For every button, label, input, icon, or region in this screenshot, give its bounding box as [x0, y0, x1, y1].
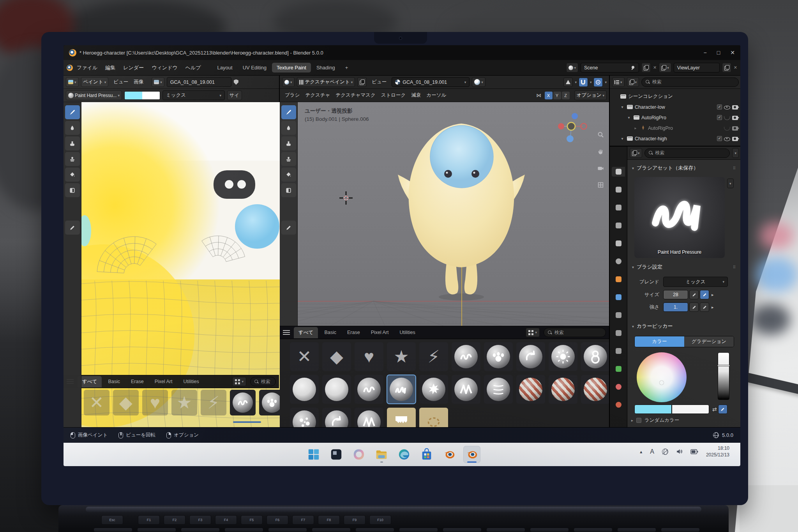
properties-icon-button[interactable]: ▾ — [630, 148, 642, 158]
strength-expand-chevron[interactable]: ▸ — [711, 305, 714, 310]
properties-tab-material[interactable] — [612, 382, 625, 392]
brush-preview[interactable]: Paint Hard Pressure — [634, 177, 725, 258]
paint-menu-ブラシ[interactable]: ブラシ — [282, 91, 302, 100]
expander-icon[interactable]: ▾ — [620, 105, 625, 109]
properties-tab-render[interactable] — [612, 185, 625, 194]
key-F5[interactable]: F5 — [241, 515, 263, 525]
remove-viewlayer-button[interactable]: ✕ — [734, 65, 737, 70]
copy-button[interactable] — [357, 77, 367, 87]
expander-icon[interactable]: ▸ — [631, 418, 633, 422]
shelf-tab-Pixel Art[interactable]: Pixel Art — [366, 327, 394, 338]
taskbar-start-icon[interactable] — [305, 446, 322, 463]
outliner-row-Character-high[interactable]: ▾Character-high✓ — [610, 133, 740, 144]
outliner-row-AutoRigPro[interactable]: ▾AutoRigPro✓ — [610, 112, 740, 123]
key-F3[interactable]: F3 — [189, 515, 211, 525]
shelf-tab-Basic[interactable]: Basic — [320, 327, 341, 338]
brush-texture-stripe-1[interactable] — [516, 375, 545, 404]
properties-tab-physics[interactable] — [612, 328, 625, 338]
interaction-mode-dropdown[interactable]: テクスチャペイント▾ — [297, 77, 355, 87]
image-browse-button[interactable]: ▾ — [152, 77, 164, 87]
workspace-tab-+[interactable]: + — [341, 63, 353, 72]
falloff-dropdown[interactable] — [563, 78, 573, 87]
panel-expander-icon[interactable]: ▾ — [632, 265, 634, 269]
check-toggle-icon[interactable]: ✓ — [717, 136, 722, 141]
brush-paw[interactable] — [484, 342, 513, 371]
image-editor-menu-画像[interactable]: 画像 — [131, 78, 146, 87]
outliner-row-AutoRigPro[interactable]: ▸AutoRigPro — [610, 123, 740, 133]
brush-settings-panel-header[interactable]: ▾ ブラシ設定 ⠿ — [627, 263, 740, 270]
taskbar-dark-app-icon[interactable] — [328, 446, 345, 463]
tool-fill-button[interactable] — [65, 168, 80, 182]
texture-slot-selector[interactable]: GCA_01_08_19.001 ▾ — [392, 77, 470, 87]
properties-tab-world[interactable] — [612, 256, 625, 266]
outliner-search[interactable]: 検索 — [641, 78, 739, 87]
tool-smear-button[interactable] — [281, 136, 296, 150]
snap-toggle[interactable] — [579, 78, 588, 87]
key-Esc[interactable]: Esc — [101, 515, 123, 525]
brush-scribble-2[interactable] — [516, 342, 545, 371]
brush-texture-stripe-2[interactable] — [549, 375, 577, 404]
strength-pressure-toggle[interactable] — [700, 302, 709, 312]
outliner-filter-button[interactable]: ▾ — [627, 77, 639, 87]
properties-tab-view-layer[interactable] — [612, 221, 625, 230]
proportional-edit-toggle[interactable] — [593, 78, 603, 87]
menu-ウィンドウ[interactable]: ウィンドウ — [148, 63, 182, 73]
view-menu[interactable]: ビュー — [369, 78, 389, 87]
battery-icon[interactable] — [690, 449, 698, 454]
volume-icon[interactable] — [676, 448, 683, 455]
brush-streaks[interactable] — [484, 375, 513, 404]
options-dropdown[interactable]: オプション▾ — [574, 90, 607, 100]
close-button[interactable]: ✕ — [730, 49, 735, 56]
shelf-search[interactable]: 検索 — [544, 328, 606, 337]
key-F4[interactable]: F4 — [215, 515, 237, 525]
color-swatch-pair[interactable] — [124, 91, 160, 100]
key-F10[interactable]: F10 — [369, 515, 391, 525]
brush-asset-panel-header[interactable]: ▾ ブラシアセット（未保存） ⠿ — [627, 164, 740, 171]
brush-scribble-1[interactable] — [452, 342, 480, 371]
workspace-tab-Texture Paint[interactable]: Texture Paint — [272, 63, 311, 72]
panel-expander-icon[interactable]: ▾ — [632, 324, 634, 329]
random-color-row[interactable]: ▸ ランダムカラー — [631, 417, 679, 424]
camera-toggle-icon[interactable] — [732, 105, 738, 110]
minimize-button[interactable]: − — [704, 49, 707, 56]
properties-tab-tool[interactable] — [612, 167, 625, 177]
properties-tab-output[interactable] — [612, 203, 625, 212]
brush-splat[interactable] — [419, 375, 448, 404]
random-color-checkbox[interactable] — [636, 418, 641, 423]
outliner-row-シーンコレクション[interactable]: シーンコレクション — [610, 91, 740, 102]
paint-menu-テクスチャマスク[interactable]: テクスチャマスク — [333, 91, 378, 100]
viewlayer-icon-dropdown[interactable]: ▾ — [659, 63, 671, 72]
menu-ヘルプ[interactable]: ヘルプ — [182, 63, 205, 73]
mirror-axis-Z[interactable]: Z — [562, 92, 570, 99]
editor-type-button[interactable]: ▾ — [282, 77, 295, 87]
brush-heart[interactable]: ♥ — [355, 342, 383, 371]
eye-off-toggle-icon[interactable] — [724, 115, 730, 120]
secondary-color-swatch[interactable] — [142, 92, 160, 99]
taskbar-explorer-icon[interactable] — [373, 446, 390, 463]
properties-tab-object-data[interactable] — [612, 364, 625, 374]
brush-sun[interactable] — [549, 342, 577, 371]
properties-tab-texture[interactable] — [612, 400, 625, 410]
viewlayer-selector[interactable]: ViewLayer — [674, 63, 720, 72]
editor-type-button[interactable]: ▾ — [66, 77, 79, 87]
camera-toggle-icon[interactable] — [732, 126, 738, 131]
brush-lightning[interactable]: ⚡ — [419, 342, 448, 371]
render-engine-dropdown[interactable]: ▾ — [566, 63, 579, 72]
taskbar-store-icon[interactable] — [418, 446, 435, 463]
tool-mask-button[interactable] — [281, 183, 296, 197]
blender-menu-icon[interactable] — [67, 65, 73, 71]
size-unit-toggle[interactable] — [689, 290, 699, 299]
properties-tab-object[interactable] — [612, 274, 625, 284]
paint-menu-ストローク[interactable]: ストローク — [378, 91, 409, 100]
hand-icon[interactable] — [597, 148, 604, 157]
expander-icon[interactable]: ▾ — [626, 115, 632, 120]
menu-ファイル[interactable]: ファイル — [73, 63, 101, 73]
brush-snowman[interactable] — [581, 342, 610, 371]
tool-draw-button[interactable] — [281, 105, 296, 119]
tool-soften-button[interactable] — [65, 121, 80, 135]
new-scene-button[interactable] — [641, 63, 651, 72]
shelf-tab-Utilities[interactable]: Utilities — [178, 376, 203, 387]
brush-star[interactable]: ★ — [171, 390, 197, 415]
key-F8[interactable]: F8 — [318, 515, 340, 525]
brush-zigzag[interactable] — [452, 375, 480, 404]
